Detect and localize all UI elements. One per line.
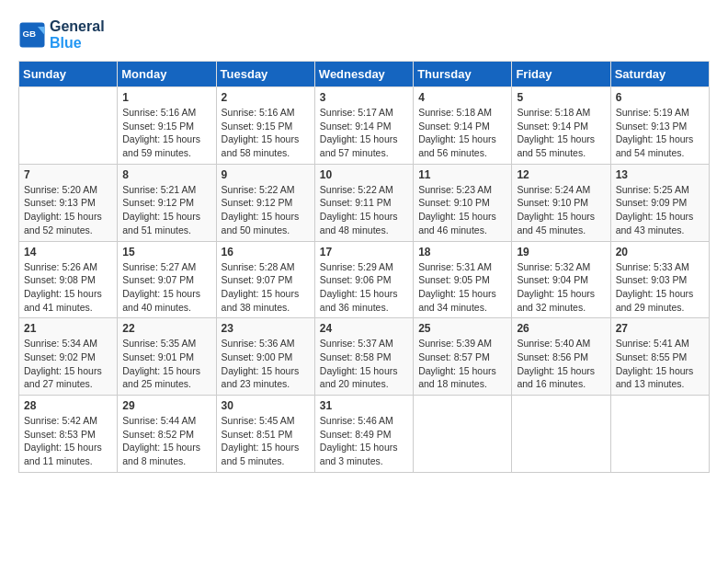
calendar-cell: 28Sunrise: 5:42 AM Sunset: 8:53 PM Dayli… — [19, 396, 118, 473]
day-info: Sunrise: 5:33 AM Sunset: 9:03 PM Dayligh… — [616, 260, 704, 315]
day-info: Sunrise: 5:23 AM Sunset: 9:10 PM Dayligh… — [418, 183, 506, 237]
day-info: Sunrise: 5:22 AM Sunset: 9:12 PM Dayligh… — [222, 183, 310, 237]
day-info: Sunrise: 5:34 AM Sunset: 9:02 PM Dayligh… — [24, 337, 112, 391]
logo-icon: GB — [18, 21, 46, 49]
day-info: Sunrise: 5:27 AM Sunset: 9:07 PM Dayligh… — [122, 260, 210, 315]
calendar-cell: 5Sunrise: 5:18 AM Sunset: 9:14 PM Daylig… — [512, 87, 610, 165]
calendar-cell: 17Sunrise: 5:29 AM Sunset: 9:06 PM Dayli… — [314, 241, 413, 318]
day-info: Sunrise: 5:37 AM Sunset: 8:58 PM Dayligh… — [320, 337, 408, 391]
calendar-cell: 11Sunrise: 5:23 AM Sunset: 9:10 PM Dayli… — [414, 164, 512, 241]
day-number: 20 — [616, 246, 704, 259]
svg-text:GB: GB — [23, 29, 37, 39]
day-info: Sunrise: 5:17 AM Sunset: 9:14 PM Dayligh… — [320, 106, 408, 160]
weekday-sunday: Sunday — [19, 62, 118, 87]
weekday-monday: Monday — [118, 62, 216, 87]
day-info: Sunrise: 5:32 AM Sunset: 9:04 PM Dayligh… — [517, 260, 605, 315]
day-number: 3 — [320, 91, 408, 104]
calendar-cell: 6Sunrise: 5:19 AM Sunset: 9:13 PM Daylig… — [610, 87, 709, 165]
day-number: 31 — [320, 399, 408, 412]
day-info: Sunrise: 5:46 AM Sunset: 8:49 PM Dayligh… — [320, 414, 408, 468]
calendar-cell: 9Sunrise: 5:22 AM Sunset: 9:12 PM Daylig… — [216, 164, 314, 241]
day-info: Sunrise: 5:44 AM Sunset: 8:52 PM Dayligh… — [122, 414, 210, 468]
day-info: Sunrise: 5:18 AM Sunset: 9:14 PM Dayligh… — [517, 106, 605, 160]
logo-text: General Blue — [50, 18, 105, 52]
calendar-cell: 24Sunrise: 5:37 AM Sunset: 8:58 PM Dayli… — [314, 318, 413, 396]
day-number: 17 — [320, 246, 408, 259]
day-info: Sunrise: 5:21 AM Sunset: 9:12 PM Dayligh… — [122, 183, 210, 237]
calendar-cell: 20Sunrise: 5:33 AM Sunset: 9:03 PM Dayli… — [610, 241, 709, 318]
calendar-cell: 1Sunrise: 5:16 AM Sunset: 9:15 PM Daylig… — [118, 87, 216, 165]
day-info: Sunrise: 5:16 AM Sunset: 9:15 PM Dayligh… — [222, 106, 310, 160]
day-number: 14 — [24, 246, 112, 259]
calendar-cell: 27Sunrise: 5:41 AM Sunset: 8:55 PM Dayli… — [610, 318, 709, 396]
day-number: 28 — [24, 399, 112, 412]
day-number: 26 — [517, 322, 605, 335]
calendar-week-5: 28Sunrise: 5:42 AM Sunset: 8:53 PM Dayli… — [19, 396, 710, 473]
day-number: 2 — [222, 91, 310, 104]
day-info: Sunrise: 5:42 AM Sunset: 8:53 PM Dayligh… — [24, 414, 112, 468]
day-info: Sunrise: 5:29 AM Sunset: 9:06 PM Dayligh… — [320, 260, 408, 315]
day-info: Sunrise: 5:22 AM Sunset: 9:11 PM Dayligh… — [320, 183, 408, 237]
day-info: Sunrise: 5:28 AM Sunset: 9:07 PM Dayligh… — [222, 260, 310, 315]
calendar-cell: 29Sunrise: 5:44 AM Sunset: 8:52 PM Dayli… — [118, 396, 216, 473]
day-info: Sunrise: 5:26 AM Sunset: 9:08 PM Dayligh… — [24, 260, 112, 315]
calendar-cell: 10Sunrise: 5:22 AM Sunset: 9:11 PM Dayli… — [314, 164, 413, 241]
day-number: 16 — [222, 246, 310, 259]
calendar-cell: 18Sunrise: 5:31 AM Sunset: 9:05 PM Dayli… — [414, 241, 512, 318]
day-info: Sunrise: 5:24 AM Sunset: 9:10 PM Dayligh… — [517, 183, 605, 237]
day-info: Sunrise: 5:20 AM Sunset: 9:13 PM Dayligh… — [24, 183, 112, 237]
calendar-cell: 16Sunrise: 5:28 AM Sunset: 9:07 PM Dayli… — [216, 241, 314, 318]
calendar-body: 1Sunrise: 5:16 AM Sunset: 9:15 PM Daylig… — [19, 87, 710, 473]
calendar-cell — [414, 396, 512, 473]
weekday-saturday: Saturday — [610, 62, 709, 87]
day-number: 4 — [418, 91, 506, 104]
day-number: 7 — [24, 168, 112, 181]
calendar-cell: 13Sunrise: 5:25 AM Sunset: 9:09 PM Dayli… — [610, 164, 709, 241]
day-number: 25 — [418, 322, 506, 335]
calendar-table: SundayMondayTuesdayWednesdayThursdayFrid… — [18, 61, 710, 473]
day-number: 18 — [418, 246, 506, 259]
calendar-cell: 8Sunrise: 5:21 AM Sunset: 9:12 PM Daylig… — [118, 164, 216, 241]
calendar-cell: 12Sunrise: 5:24 AM Sunset: 9:10 PM Dayli… — [512, 164, 610, 241]
day-info: Sunrise: 5:18 AM Sunset: 9:14 PM Dayligh… — [418, 106, 506, 160]
calendar-week-3: 14Sunrise: 5:26 AM Sunset: 9:08 PM Dayli… — [19, 241, 710, 318]
calendar-cell: 26Sunrise: 5:40 AM Sunset: 8:56 PM Dayli… — [512, 318, 610, 396]
day-number: 23 — [222, 322, 310, 335]
day-info: Sunrise: 5:19 AM Sunset: 9:13 PM Dayligh… — [616, 106, 704, 160]
day-info: Sunrise: 5:40 AM Sunset: 8:56 PM Dayligh… — [517, 337, 605, 391]
calendar-cell: 19Sunrise: 5:32 AM Sunset: 9:04 PM Dayli… — [512, 241, 610, 318]
calendar-week-2: 7Sunrise: 5:20 AM Sunset: 9:13 PM Daylig… — [19, 164, 710, 241]
calendar-cell: 23Sunrise: 5:36 AM Sunset: 9:00 PM Dayli… — [216, 318, 314, 396]
day-number: 8 — [122, 168, 210, 181]
day-number: 19 — [517, 246, 605, 259]
calendar-cell: 31Sunrise: 5:46 AM Sunset: 8:49 PM Dayli… — [314, 396, 413, 473]
calendar-cell: 22Sunrise: 5:35 AM Sunset: 9:01 PM Dayli… — [118, 318, 216, 396]
day-number: 10 — [320, 168, 408, 181]
day-number: 11 — [418, 168, 506, 181]
day-number: 24 — [320, 322, 408, 335]
day-info: Sunrise: 5:25 AM Sunset: 9:09 PM Dayligh… — [616, 183, 704, 237]
day-info: Sunrise: 5:41 AM Sunset: 8:55 PM Dayligh… — [616, 337, 704, 391]
day-number: 9 — [222, 168, 310, 181]
weekday-thursday: Thursday — [414, 62, 512, 87]
day-number: 22 — [122, 322, 210, 335]
logo: GB General Blue — [18, 18, 105, 52]
day-info: Sunrise: 5:39 AM Sunset: 8:57 PM Dayligh… — [418, 337, 506, 391]
calendar-week-1: 1Sunrise: 5:16 AM Sunset: 9:15 PM Daylig… — [19, 87, 710, 165]
day-number: 5 — [517, 91, 605, 104]
day-number: 6 — [616, 91, 704, 104]
day-info: Sunrise: 5:16 AM Sunset: 9:15 PM Dayligh… — [122, 106, 210, 160]
day-number: 21 — [24, 322, 112, 335]
day-number: 27 — [616, 322, 704, 335]
day-info: Sunrise: 5:31 AM Sunset: 9:05 PM Dayligh… — [418, 260, 506, 315]
page-header: GB General Blue — [18, 18, 710, 52]
day-number: 1 — [122, 91, 210, 104]
weekday-wednesday: Wednesday — [314, 62, 413, 87]
calendar-cell: 15Sunrise: 5:27 AM Sunset: 9:07 PM Dayli… — [118, 241, 216, 318]
day-number: 15 — [122, 246, 210, 259]
day-number: 13 — [616, 168, 704, 181]
calendar-cell: 21Sunrise: 5:34 AM Sunset: 9:02 PM Dayli… — [19, 318, 118, 396]
calendar-cell: 2Sunrise: 5:16 AM Sunset: 9:15 PM Daylig… — [216, 87, 314, 165]
weekday-header-row: SundayMondayTuesdayWednesdayThursdayFrid… — [19, 62, 710, 87]
calendar-cell: 4Sunrise: 5:18 AM Sunset: 9:14 PM Daylig… — [414, 87, 512, 165]
